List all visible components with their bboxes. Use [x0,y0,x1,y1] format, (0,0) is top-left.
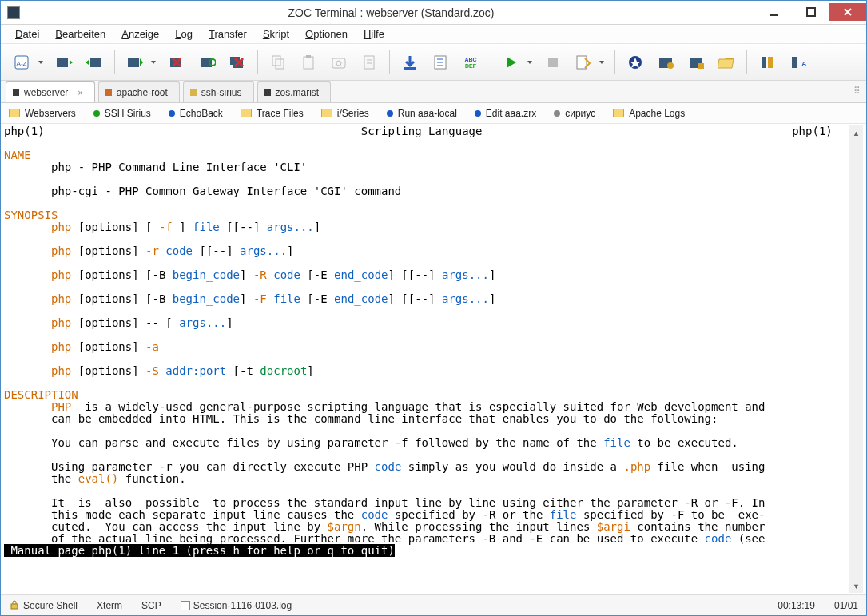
menu-datei[interactable]: Datei [9,26,46,42]
fav-trace-files[interactable]: Trace Files [241,108,304,119]
svg-rect-16 [276,59,284,69]
toolbar-stop-button[interactable] [539,49,567,76]
toolbar-download-button[interactable] [396,49,424,76]
scroll-down-arrow[interactable]: ▾ [849,578,863,593]
man-header-center: Scripting Language [45,125,793,137]
svg-marker-31 [507,57,516,68]
maximize-button[interactable] [793,3,829,21]
status-logfile[interactable]: Session-1116-0103.log [181,600,292,611]
toolbar-capture-button[interactable] [325,49,352,76]
section-synopsis: SYNOPSIS [4,209,58,221]
fav-label: сириус [565,108,595,119]
toolbar-tool-b-button[interactable] [652,49,679,76]
svg-rect-39 [698,63,704,69]
toolbar-disconnect-all-button[interactable] [224,49,251,76]
toolbar-folder-open-button[interactable] [713,49,740,76]
svg-rect-15 [272,56,280,66]
man-header-right: php(1) [792,125,833,137]
close-button[interactable] [829,3,866,21]
fav-ssh-sirius[interactable]: SSH Sirius [93,108,151,119]
toolbar-clipboard-button[interactable] [356,49,383,76]
log-checkbox[interactable] [181,601,190,610]
tabbar-grip-icon[interactable]: ⠿ [853,85,860,97]
menu-bearbeiten[interactable]: Bearbeiten [49,26,112,42]
toolbar-separator [257,50,258,74]
toolbar-notes-button[interactable] [427,49,454,76]
menu-hilfe[interactable]: Hilfe [357,26,391,42]
toolbar-disconnect-button[interactable] [163,49,190,76]
name-line-1: php - PHP Command Line Interface 'CLI' [4,161,307,173]
toolbar-session-next-button[interactable] [81,49,108,76]
svg-rect-4 [57,58,68,67]
svg-rect-18 [306,55,311,58]
tab-ssh-sirius[interactable]: ssh-sirius [183,81,254,102]
titlebar: ZOC Terminal : webserver (Standard.zoc) [1,1,866,25]
menu-log[interactable]: Log [169,26,199,42]
menu-skript[interactable]: Skript [257,26,296,42]
menubar: DateiBearbeitenAnzeigeLogTransferSkriptO… [1,25,866,44]
toolbar-abc-def-button[interactable]: ABCDEF [457,49,484,76]
fav-label: Run aaa-local [398,108,457,119]
app-window: ZOC Terminal : webserver (Standard.zoc) … [0,0,867,616]
fav-echoback[interactable]: EchoBack [169,108,223,119]
pager-footer: Manual page php(1) line 1 (press h for h… [4,544,395,557]
fav-run-aaa-local[interactable]: Run aaa-local [387,108,457,119]
tab-apache-root[interactable]: apache-root [98,81,180,102]
name-line-2: php-cgi - PHP Common Gateway Interface '… [4,185,401,197]
app-icon [7,6,20,19]
terminal[interactable]: php(1) Scripting Language php(1) NAME ph… [1,124,866,594]
statusbar: Secure Shell Xterm SCP Session-1116-0103… [1,594,866,615]
folder-icon [241,109,252,117]
menu-optionen[interactable]: Optionen [299,26,354,42]
fav-label: Apache Logs [629,108,685,119]
toolbar-script-edit-button[interactable] [570,49,608,76]
status-emulation: Xterm [97,600,122,611]
bullet-icon [93,110,100,117]
tab-webserver[interactable]: webserver× [6,81,95,102]
tab-zos.marist[interactable]: zos.marist [257,81,332,102]
tab-close-icon[interactable]: × [78,88,82,97]
menu-anzeige[interactable]: Anzeige [115,26,165,42]
fav-сириус[interactable]: сириус [554,108,595,119]
toolbar-address-book-button[interactable]: A-Z [9,49,47,76]
toolbar-connect-button[interactable] [121,49,160,76]
toolbar-separator [389,50,390,74]
fav-webservers[interactable]: Webservers [9,108,76,119]
fav-label: Webservers [25,108,76,119]
toolbar-paste-button[interactable] [295,49,322,76]
tab-color-icon [190,89,197,96]
svg-point-20 [336,61,341,66]
toolbar-tool-a-button[interactable] [622,49,649,76]
toolbar-tool-d-button[interactable] [754,49,781,76]
toolbar-run-button[interactable] [498,49,536,76]
toolbar-copy-button[interactable] [264,49,292,76]
svg-marker-7 [86,60,89,65]
svg-text:A: A [801,60,806,68]
svg-rect-44 [11,604,18,609]
fav-i/series[interactable]: i/Series [321,108,369,119]
toolbar-tool-ab-button[interactable]: A [784,49,811,76]
svg-rect-0 [770,14,778,16]
toolbar-reconnect-button[interactable] [193,49,221,76]
scroll-up-arrow[interactable]: ▴ [849,125,863,140]
svg-rect-40 [762,57,766,68]
fav-apache-logs[interactable]: Apache Logs [613,108,685,119]
fav-label: i/Series [337,108,369,119]
svg-rect-6 [90,58,101,67]
fav-edit-aaa.zrx[interactable]: Edit aaa.zrx [475,108,536,119]
minimize-button[interactable] [756,3,793,21]
folder-icon [613,109,624,117]
bullet-icon [387,110,393,117]
svg-rect-42 [792,57,797,68]
svg-rect-19 [332,58,345,68]
toolbar-session-prev-button[interactable] [50,49,78,76]
menu-transfer[interactable]: Transfer [202,26,253,42]
scrollbar[interactable]: ▴ ▾ [849,125,863,593]
dropdown-arrow-icon [527,61,532,64]
folder-icon [9,109,20,117]
toolbar-tool-c-button[interactable] [682,49,710,76]
tab-label: apache-root [117,87,168,98]
fav-label: SSH Sirius [105,108,151,119]
section-name: NAME [4,149,31,161]
window-buttons [756,5,866,21]
